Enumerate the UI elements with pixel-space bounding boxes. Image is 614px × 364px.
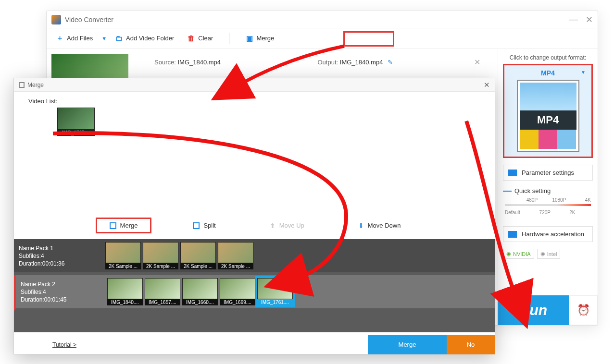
pack-list: Name:Pack 1 Subfiles:4 Duration:00:01:36… — [14, 239, 495, 332]
side-panel: Click to change output format: MP4 ▼ MP4… — [498, 49, 598, 306]
merge-icon — [19, 82, 25, 88]
close-button[interactable]: ✕ — [586, 14, 593, 25]
clock-icon: ⏰ — [577, 304, 590, 316]
titlebar: Video Converter — ✕ — [47, 11, 598, 28]
video-list-label: Video List: — [14, 92, 495, 108]
dialog-no-button[interactable]: No — [447, 335, 495, 354]
edit-output-icon[interactable]: ✎ — [388, 59, 393, 66]
merge-icon: ▣ — [246, 34, 253, 43]
parameter-settings-button[interactable]: Parameter settings — [503, 165, 593, 181]
merge-action-bar: Merge Split ⬆ Move Up ⬇ Move Down — [14, 218, 495, 233]
merge-label: Merge — [256, 35, 274, 42]
remove-item-icon[interactable]: ✕ — [474, 58, 480, 67]
hardware-accel-label: Hardware acceleration — [522, 231, 584, 238]
format-tab-label: MP4 — [541, 69, 555, 77]
tab-merge-label: Merge — [120, 222, 138, 229]
clear-label: Clear — [198, 35, 213, 42]
clear-button[interactable]: 🗑 Clear — [181, 30, 220, 47]
dialog-merge-button[interactable]: Merge — [368, 335, 447, 354]
sliders-icon — [508, 170, 517, 176]
add-files-label: Add Files — [67, 35, 93, 42]
add-files-button[interactable]: ＋ Add Files — [50, 30, 100, 47]
dialog-title: Merge — [27, 82, 44, 88]
file-item-row[interactable]: Source: IMG_1840.mp4 Output: IMG_1840.mp… — [47, 49, 489, 76]
quality-slider[interactable]: 480P 1080P 4K — [505, 197, 591, 207]
chevron-down-icon: ▼ — [581, 70, 586, 75]
pack-thumb[interactable]: IMG_1660.... — [182, 278, 218, 305]
dialog-close-icon[interactable]: ✕ — [484, 81, 490, 89]
pack-thumb[interactable]: 2K Sample ... — [218, 242, 253, 269]
source-name: IMG_1840.mp4 — [177, 59, 221, 66]
pack-thumb[interactable]: IMG_1657.... — [145, 278, 180, 305]
merge-dialog: Merge ✕ Video List: IMG_1765.... Merge S… — [13, 78, 495, 354]
trash-icon: 🗑 — [188, 34, 195, 42]
source-label: Source: — [154, 59, 176, 66]
pack-thumb-selected[interactable]: IMG_1761.... — [257, 278, 293, 305]
nvidia-chip[interactable]: ◉ NVIDIA — [503, 249, 534, 259]
pack-row[interactable]: Name:Pack 1 Subfiles:4 Duration:00:01:36… — [14, 239, 495, 275]
quick-setting-header: Quick setting — [503, 187, 593, 194]
tab-movedown-label: Move Down — [368, 222, 401, 229]
tab-move-up: ⬆ Move Up — [257, 218, 317, 233]
schedule-button[interactable]: ⏰ — [569, 295, 598, 325]
minimize-button[interactable]: — — [569, 14, 578, 25]
tab-split-label: Split — [203, 222, 215, 229]
pack-meta: Name:Pack 2 Subfiles:4 Duration:00:01:45 — [21, 280, 107, 303]
format-preview: MP4 — [517, 80, 579, 152]
output-format-title: Click to change output format: — [503, 54, 593, 61]
hardware-accel-button[interactable]: Hardware acceleration — [503, 226, 593, 242]
app-logo-icon — [51, 15, 61, 24]
add-folder-button[interactable]: 🗀 Add Video Folder — [109, 30, 181, 47]
output-label: Output: — [318, 59, 338, 66]
split-icon — [193, 222, 200, 229]
pack-thumb[interactable]: IMG_1840.... — [107, 278, 143, 305]
video-list-item[interactable]: IMG_1765.... — [57, 108, 95, 136]
video-list-thumbnail — [57, 108, 95, 130]
format-badge: MP4 — [520, 110, 576, 130]
chip-icon — [508, 231, 517, 238]
add-folder-label: Add Video Folder — [126, 35, 174, 42]
arrow-up-icon: ⬆ — [270, 222, 276, 230]
pack-row[interactable]: Name:Pack 2 Subfiles:4 Duration:00:01:45… — [14, 275, 495, 311]
dialog-titlebar: Merge ✕ — [14, 78, 495, 92]
tab-merge[interactable]: Merge — [96, 218, 152, 233]
run-label: Run — [519, 302, 547, 318]
folder-icon: 🗀 — [115, 34, 123, 42]
tab-move-down[interactable]: ⬇ Move Down — [346, 218, 414, 233]
dialog-footer: Tutorial > Merge No — [14, 335, 495, 354]
tab-split[interactable]: Split — [180, 218, 228, 233]
output-format-card[interactable]: MP4 ▼ MP4 — [503, 64, 593, 158]
pack-thumb[interactable]: 2K Sample ... — [105, 242, 141, 269]
app-title: Video Converter — [65, 16, 113, 24]
pack-thumb[interactable]: IMG_1699.... — [220, 278, 255, 305]
arrow-down-icon: ⬇ — [358, 222, 364, 230]
quick-setting-label: Quick setting — [514, 187, 551, 194]
pack-meta: Name:Pack 1 Subfiles:4 Duration:00:01:36 — [19, 244, 105, 267]
pack-thumb[interactable]: 2K Sample ... — [180, 242, 216, 269]
add-files-dropdown[interactable]: ▼ — [101, 36, 107, 41]
tutorial-link[interactable]: Tutorial > — [52, 341, 76, 348]
merge-button[interactable]: ▣ Merge — [239, 30, 281, 47]
parameter-settings-label: Parameter settings — [522, 169, 574, 176]
output-name: IMG_1840.mp4 — [340, 59, 383, 66]
plus-icon: ＋ — [56, 34, 63, 43]
video-list-caption: IMG_1765.... — [57, 130, 95, 136]
toolbar: ＋ Add Files ▼ 🗀 Add Video Folder 🗑 Clear… — [47, 28, 598, 49]
run-button[interactable]: Run — [498, 295, 569, 325]
pack-thumb[interactable]: 2K Sample ... — [143, 242, 178, 269]
intel-chip[interactable]: ◉ Intel — [537, 249, 561, 259]
merge-icon — [110, 222, 116, 229]
tab-moveup-label: Move Up — [279, 222, 304, 229]
